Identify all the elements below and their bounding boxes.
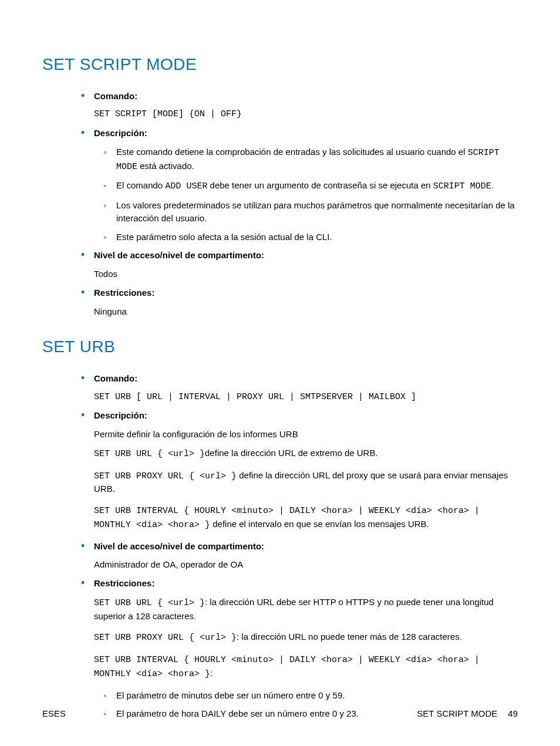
page-footer: ESES SET SCRIPT MODE 49 <box>42 707 518 720</box>
desc-p2: SET URB PROXY URL { <url> } define la di… <box>94 469 518 496</box>
item-restricciones: Restricciones: Ninguna <box>94 286 518 318</box>
footer-page-number: 49 <box>508 707 518 720</box>
item-descripcion: Descripción: Este comando detiene la com… <box>94 127 518 243</box>
heading-set-urb: SET URB <box>42 335 518 359</box>
code: SET URB URL { <url> } <box>94 449 205 459</box>
code: SET URB INTERVAL { HOURLY <minuto> | DAI… <box>94 655 480 679</box>
label-descripcion: Descripción: <box>94 409 518 422</box>
code: SCRIPT MODE <box>433 181 491 191</box>
list-set-script-mode: Comando: SET SCRIPT [MODE] {ON | OFF} De… <box>42 90 518 318</box>
item-comando: Comando: SET URB [ URL | INTERVAL | PROX… <box>94 372 518 404</box>
restr-sub-1: El parámetro de minutos debe ser un núme… <box>116 689 518 702</box>
list-set-urb: Comando: SET URB [ URL | INTERVAL | PROX… <box>42 372 518 720</box>
footer-title: SET SCRIPT MODE <box>417 707 497 720</box>
text: define el intervalo en que se envían los… <box>210 519 429 529</box>
value-nivel: Administrador de OA, operador de OA <box>94 558 518 571</box>
label-descripcion: Descripción: <box>94 127 518 140</box>
text: define la dirección URL de extremo de UR… <box>205 448 378 458</box>
label-nivel: Nivel de acceso/nivel de compartimento: <box>94 249 518 262</box>
desc-p1: SET URB URL { <url> }define la dirección… <box>94 447 518 461</box>
item-restricciones: Restricciones: SET URB URL { <url> }: la… <box>94 577 518 720</box>
code-comando: SET SCRIPT [MODE] {ON | OFF} <box>94 108 518 121</box>
section-set-urb: SET URB Comando: SET URB [ URL | INTERVA… <box>42 335 518 720</box>
value-restricciones: Ninguna <box>94 305 518 318</box>
label-comando: Comando: <box>94 372 518 385</box>
text: Este comando detiene la comprobación de … <box>116 147 468 157</box>
desc-item-3: Los valores predeterminados se utilizan … <box>116 199 518 225</box>
code-comando: SET URB [ URL | INTERVAL | PROXY URL | S… <box>94 391 518 404</box>
label-restricciones: Restricciones: <box>94 577 518 590</box>
footer-left: ESES <box>42 707 66 720</box>
label-nivel: Nivel de acceso/nivel de compartimento: <box>94 540 518 553</box>
item-descripcion: Descripción: Permite definir la configur… <box>94 409 518 531</box>
text: : la dirección URL no puede tener más de… <box>237 632 462 642</box>
text: . <box>491 180 494 190</box>
restr-p2: SET URB PROXY URL { <url> }: la direcció… <box>94 630 518 644</box>
text: : <box>210 668 212 678</box>
item-comando: Comando: SET SCRIPT [MODE] {ON | OFF} <box>94 90 518 121</box>
text: está activado. <box>137 161 194 171</box>
code: SET URB PROXY URL { <url> } <box>94 471 237 481</box>
desc-item-4: Este parámetro solo afecta a la sesión a… <box>116 231 518 244</box>
desc-item-2: El comando ADD USER debe tener un argume… <box>116 179 518 193</box>
sublist-descripcion: Este comando detiene la comprobación de … <box>94 146 518 244</box>
item-nivel: Nivel de acceso/nivel de compartimento: … <box>94 249 518 281</box>
desc-intro: Permite definir la configuración de los … <box>94 428 518 441</box>
restr-p1: SET URB URL { <url> }: la dirección URL … <box>94 596 518 623</box>
label-restricciones: Restricciones: <box>94 286 518 299</box>
section-set-script-mode: SET SCRIPT MODE Comando: SET SCRIPT [MOD… <box>42 53 518 318</box>
restr-p3: SET URB INTERVAL { HOURLY <minuto> | DAI… <box>94 653 518 681</box>
text: debe tener un argumento de contraseña si… <box>207 180 433 190</box>
code: SET URB PROXY URL { <url> } <box>94 633 237 643</box>
text: El comando <box>116 180 165 190</box>
code: ADD USER <box>165 181 207 191</box>
heading-set-script-mode: SET SCRIPT MODE <box>42 53 518 77</box>
label-comando: Comando: <box>94 90 518 103</box>
item-nivel: Nivel de acceso/nivel de compartimento: … <box>94 540 518 572</box>
code: SET URB URL { <url> } <box>94 598 205 608</box>
footer-right: SET SCRIPT MODE 49 <box>417 707 518 720</box>
desc-p3: SET URB INTERVAL { HOURLY <minuto> | DAI… <box>94 504 518 532</box>
value-nivel: Todos <box>94 268 518 281</box>
desc-item-1: Este comando detiene la comprobación de … <box>116 146 518 174</box>
restr-body: SET URB URL { <url> }: la dirección URL … <box>94 596 518 681</box>
